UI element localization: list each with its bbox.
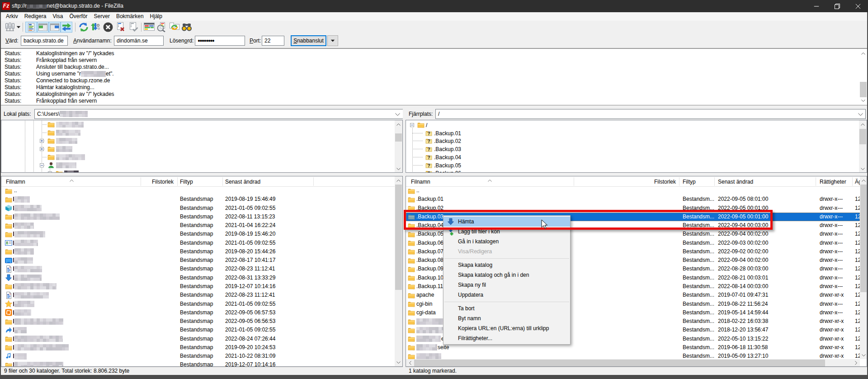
file-row[interactable]: .. (406, 186, 860, 195)
quickconnect-dropdown-button[interactable] (327, 35, 338, 46)
remote-path-combobox[interactable]: / (435, 109, 866, 119)
local-list-scroll-up-arrow[interactable] (395, 177, 402, 184)
scroll-right-arrow[interactable] (853, 359, 859, 367)
context-menu-item-skapa-katalog[interactable]: Skapa katalog (443, 260, 570, 270)
context-menu-item-kopiera-url-en-url-erna-till-urklipp[interactable]: Kopiera URL:en (URL:erna) till urklipp (443, 323, 570, 333)
file-row[interactable]: .Backup.01Bestandsm...2022-09-05 08:01:0… (406, 195, 860, 204)
log-scrollbar[interactable] (859, 49, 867, 105)
file-row[interactable]: Bestandsmap2022-08-23 11:12:41 (1, 265, 394, 273)
column-header-filtyp[interactable]: Filtyp (180, 178, 193, 186)
remote-tree-scrollbar-thumb[interactable] (859, 129, 866, 144)
tree-collapse-icon[interactable] (410, 123, 414, 127)
menu-verfr[interactable]: Överför (66, 12, 91, 21)
tree-item[interactable]: .Backup.06 (434, 170, 461, 173)
log-scrollbar-thumb[interactable] (860, 82, 867, 97)
column-header-filtyp[interactable]: Filtyp (683, 178, 696, 186)
horizontal-scrollbar-thumb[interactable] (414, 360, 825, 366)
context-menu-item-gå-in-i-katalogen[interactable]: Gå in i katalogen (443, 237, 570, 246)
remote-list-scrollbar-thumb[interactable] (860, 185, 867, 292)
file-row[interactable]: Bestandsmap2019-12-07 10:14:16 (1, 282, 394, 291)
filter-button[interactable] (143, 22, 155, 33)
menu-bokmrken[interactable]: Bokmärken (113, 12, 147, 21)
maximize-button[interactable] (827, 0, 847, 12)
menu-hjlp[interactable]: Hjälp (147, 12, 165, 21)
file-row[interactable]: Bestandsmap2019-12-07 10:14:16 (1, 360, 394, 367)
remote-tree-scroll-up-arrow[interactable] (859, 121, 867, 128)
remote-list-horizontal-scrollbar[interactable] (406, 359, 860, 367)
context-menu-item-filrättigheter[interactable]: Filrättigheter... (443, 333, 570, 343)
password-input[interactable]: ●●●●●●●● (195, 36, 245, 46)
local-list-scrollbar[interactable] (395, 176, 402, 366)
toggle-local-tree-button[interactable] (37, 22, 49, 33)
column-header-senastndrad[interactable]: Senast ändrad (225, 178, 260, 186)
remote-list-scroll-down-arrow[interactable] (860, 352, 867, 358)
context-menu-item-skapa-ny-fil[interactable]: Skapa ny fil (443, 280, 570, 290)
file-row[interactable]: Bestandsmap2021-01-05 09:02:55 (1, 326, 394, 334)
context-menu-item-skapa-katalog-och-gå-in-i-den[interactable]: Skapa katalog och gå in i den (443, 270, 570, 280)
horizontal-splitter[interactable] (1, 105, 867, 109)
file-row[interactable]: Bestandsmap2021-10-22 08:31:09 (1, 352, 394, 360)
toggle-remote-tree-button[interactable] (49, 22, 61, 33)
file-row[interactable]: Bestandsmap2021-01-04 16:22:24 (1, 221, 394, 230)
file-row[interactable]: Bestandsmap2022-08-31 13:33:29 (1, 274, 394, 282)
process-queue-button[interactable] (90, 22, 101, 33)
local-tree-scroll-up-arrow[interactable] (395, 121, 402, 128)
file-row[interactable]: Bestandsmap2021-01-05 09:02:55 (1, 300, 394, 308)
site-manager-dropdown[interactable] (15, 22, 21, 33)
tree-item[interactable]: .Backup.04 (434, 154, 461, 161)
cancel-button[interactable] (102, 22, 114, 33)
context-menu-item-ta-bort[interactable]: Ta bort (443, 303, 570, 313)
refresh-button[interactable] (78, 22, 90, 33)
quickconnect-button[interactable]: Snabbanslut (291, 35, 326, 46)
tree-item[interactable]: .Backup.01 (434, 130, 461, 137)
file-row[interactable]: Bestandsmap2022-08-24 07:26:44 (1, 335, 394, 343)
column-header-filnamn[interactable]: Filnamn (6, 178, 25, 186)
disconnect-button[interactable] (115, 22, 127, 33)
local-tree-scroll-down-arrow[interactable] (395, 166, 402, 172)
reconnect-button[interactable] (127, 22, 139, 33)
context-menu-item-uppdatera[interactable]: Uppdatera (443, 290, 570, 300)
context-menu-item-lägg-till-filer-i-kön[interactable]: Lägg till filer i kön (443, 227, 570, 237)
log-scroll-down-arrow[interactable] (859, 97, 867, 104)
local-path-combobox[interactable]: C:\Users\ (34, 109, 403, 119)
scroll-left-arrow[interactable] (407, 359, 413, 367)
menu-server[interactable]: Server (91, 12, 113, 21)
file-row[interactable]: Bestandsmap2019-08-19 15:46:49 (1, 195, 394, 204)
toggle-message-log-button[interactable] (25, 22, 37, 33)
remote-tree-scrollbar[interactable] (859, 120, 867, 173)
menu-redigera[interactable]: Redigera (21, 12, 50, 21)
column-header-filstorlek[interactable]: Filstorlek (654, 178, 676, 186)
tree-expand-icon[interactable] (40, 139, 44, 143)
context-menu-item-byt-namn[interactable]: Byt namn (443, 313, 570, 323)
remote-tree-scroll-down-arrow[interactable] (859, 166, 867, 172)
tree-item[interactable]: .Backup.02 (434, 137, 461, 145)
host-input[interactable]: backup.strato.de (21, 36, 68, 46)
file-row[interactable]: .Backup.02Bestandsm...2022-09-05 00:01:0… (406, 204, 860, 213)
menu-arkiv[interactable]: Arkiv (3, 12, 21, 21)
file-row[interactable]: Bestandsmap2022-08-11 13:15:23 (1, 213, 394, 221)
username-input[interactable]: dindomän.se (114, 36, 164, 46)
file-row[interactable]: Bestandsmap2019-09-20 10:24:53 (1, 343, 394, 352)
context-menu-item-hämta[interactable]: Hämta (443, 217, 570, 227)
horizontal-splitter[interactable] (1, 173, 867, 176)
port-input[interactable]: 22 (262, 36, 284, 46)
column-header-filstorlek[interactable]: Filstorlek (152, 178, 174, 186)
close-button[interactable] (848, 0, 868, 12)
file-row[interactable]: Bestandsmap2019-08-19 15:46:20 (1, 230, 394, 238)
file-row[interactable]: .. (1, 186, 394, 195)
find-files-button[interactable] (181, 22, 193, 33)
file-row[interactable]: Bestandsmap2022-08-23 11:12:41 (1, 291, 394, 299)
vertical-splitter[interactable] (403, 109, 406, 367)
toggle-transfer-queue-button[interactable] (61, 22, 72, 33)
local-tree-scrollbar[interactable] (395, 120, 402, 173)
local-list-scrollbar-thumb[interactable] (395, 185, 402, 290)
remote-list-scrollbar[interactable] (860, 176, 867, 359)
tree-collapse-icon[interactable] (40, 163, 44, 167)
remote-list-scroll-up-arrow[interactable] (860, 177, 867, 184)
tree-item-root[interactable]: / (426, 122, 427, 129)
tree-expand-icon[interactable] (40, 147, 44, 151)
tree-item[interactable]: .Backup.05 (434, 162, 461, 169)
site-manager-button[interactable] (4, 22, 15, 33)
directory-comparison-button[interactable] (156, 22, 168, 33)
tree-item[interactable]: .Backup.03 (434, 146, 461, 153)
